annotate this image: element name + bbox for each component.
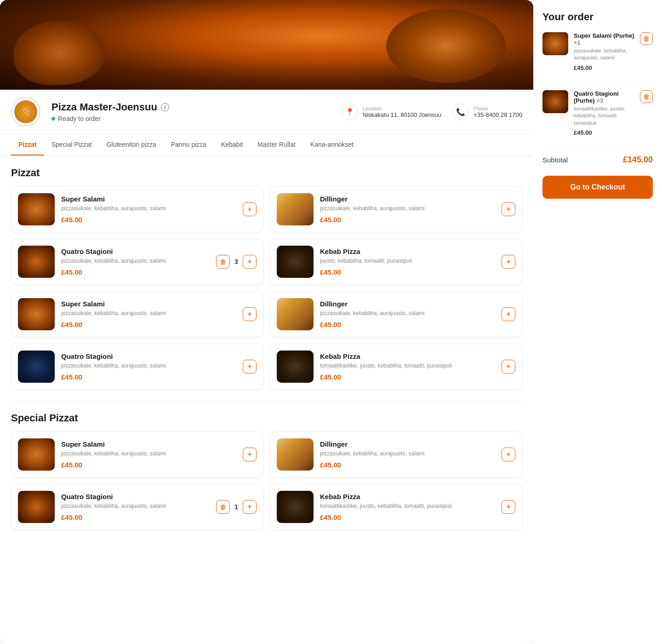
add-button[interactable]: + xyxy=(502,448,515,461)
add-button[interactable]: + xyxy=(502,202,515,216)
phone-icon: 📞 xyxy=(452,104,469,120)
item-name: Kebab Pizza xyxy=(320,247,495,255)
menu-item-special-super-salami: Super Salami pizzasuikale, kebabliha, au… xyxy=(11,431,263,477)
subtotal-row: Subtotal £145.00 xyxy=(542,155,653,167)
item-price: £45.00 xyxy=(320,513,495,521)
quantity-display: 3 xyxy=(233,258,240,265)
location-section: 📍 Location Niskakatu 11, 80100 Joensuu xyxy=(342,104,441,120)
item-desc: pizzasuikale, kebabliha, aurajuusto, sal… xyxy=(320,310,495,317)
pizzat-grid: Super Salami pizzasuikale, kebabliha, au… xyxy=(11,186,522,390)
add-button[interactable]: + xyxy=(502,255,515,269)
order-item-price: £45.00 xyxy=(574,64,634,71)
item-image xyxy=(277,193,314,225)
add-button[interactable]: + xyxy=(502,500,515,514)
item-price: £45.00 xyxy=(61,321,236,328)
restaurant-bar: 🍕 Pizza Master-Joensuu i Ready to order … xyxy=(0,90,533,134)
location-icon: 📍 xyxy=(342,104,358,120)
item-controls: + xyxy=(502,448,515,461)
item-desc: pizzasuikale, kebabliha, aurajuusto, sal… xyxy=(320,205,495,213)
tab-kebabit[interactable]: Kebabit xyxy=(214,134,250,155)
quantity-display: 1 xyxy=(233,503,240,511)
section-title-pizzat: Pizzat xyxy=(11,167,522,179)
tab-pannu[interactable]: Pannu pizza xyxy=(164,134,214,155)
item-info: Kebab Pizza juusto, kebabliha, tomaatti,… xyxy=(320,247,495,276)
category-tabs: Pizzat Special Pizzat Gluteeniton pizza … xyxy=(0,134,533,156)
add-button[interactable]: + xyxy=(243,448,257,461)
item-info: Dillinger pizzasuikale, kebabliha, auraj… xyxy=(320,300,495,329)
item-image xyxy=(277,298,314,330)
menu-item-quatro-stagioni-2: Quatro Stagioni pizzasuikale, kebabliha,… xyxy=(11,344,263,390)
item-price: £45.00 xyxy=(320,321,495,328)
tab-pizzat[interactable]: Pizzat xyxy=(11,134,44,155)
item-price: £45.00 xyxy=(61,461,236,469)
status-text: Ready to order xyxy=(58,115,101,122)
add-button[interactable]: + xyxy=(243,500,257,514)
item-desc: pizzasuikale, kebabliha, aurajuusto, sal… xyxy=(61,257,210,265)
add-button[interactable]: + xyxy=(243,202,257,216)
order-item-1: Super Salami (Purhe) ×1 pizzasuikale, ke… xyxy=(542,32,653,81)
add-button[interactable]: + xyxy=(502,360,515,374)
remove-button[interactable]: 🗑 xyxy=(216,255,230,269)
remove-button[interactable]: 🗑 xyxy=(216,500,230,514)
add-button[interactable]: + xyxy=(243,255,257,269)
item-desc: pizzasuikale, kebabliha, aurajuusto, sal… xyxy=(61,362,236,370)
logo-icon: 🍕 xyxy=(14,100,37,123)
item-info: Quatro Stagioni pizzasuikale, kebabliha,… xyxy=(61,493,210,522)
order-item-ingredients: tomaattikastike, juusto, kebabliha, toma… xyxy=(574,105,634,126)
checkout-button[interactable]: Go to Checkout xyxy=(542,176,653,199)
item-price: £45.00 xyxy=(320,373,495,381)
special-pizzat-grid: Super Salami pizzasuikale, kebabliha, au… xyxy=(11,431,522,530)
menu-item-kebab-pizza-2: Kebab Pizza tomaattikastike, juusto, keb… xyxy=(270,344,522,390)
item-info: Quatro Stagioni pizzasuikale, kebabliha,… xyxy=(61,247,210,276)
tab-kana[interactable]: Kana-annokset xyxy=(303,134,361,155)
item-image xyxy=(18,351,55,383)
order-title: Your order xyxy=(542,11,653,23)
restaurant-logo: 🍕 xyxy=(11,97,40,126)
location-value: Niskakatu 11, 80100 Joensuu xyxy=(363,111,441,118)
add-button[interactable]: + xyxy=(243,360,257,374)
item-controls: + xyxy=(243,360,257,374)
item-price: £45.00 xyxy=(61,216,236,224)
item-name: Super Salami xyxy=(61,440,236,448)
delete-order-item-2[interactable]: 🗑 xyxy=(640,90,653,103)
item-image xyxy=(277,351,314,383)
item-desc: pizzasuikale, kebabliha, aurajuusto, sal… xyxy=(61,502,210,510)
item-price: £45.00 xyxy=(61,513,210,521)
add-button[interactable]: + xyxy=(243,307,257,321)
restaurant-name: Pizza Master-Joensuu i xyxy=(51,101,331,113)
item-controls: + xyxy=(502,202,515,216)
item-info: Super Salami pizzasuikale, kebabliha, au… xyxy=(61,195,236,224)
order-item-image xyxy=(542,32,568,55)
item-desc: pizzasuikale, kebabliha, aurajuusto, sal… xyxy=(61,205,236,213)
restaurant-name-section: Pizza Master-Joensuu i Ready to order xyxy=(51,101,331,122)
info-icon[interactable]: i xyxy=(161,103,169,111)
tab-gluteeniton[interactable]: Gluteeniton pizza xyxy=(99,134,164,155)
menu-item-dillinger-2: Dillinger pizzasuikale, kebabliha, auraj… xyxy=(270,291,522,337)
phone-value: +35-8400 28 1700 xyxy=(474,111,522,118)
item-image xyxy=(18,298,55,330)
section-title-special: Special Pizzat xyxy=(11,412,522,424)
tab-master-rullat[interactable]: Master Rullat xyxy=(250,134,302,155)
menu-item-kebab-pizza-1: Kebab Pizza juusto, kebabliha, tomaatti,… xyxy=(270,239,522,285)
phone-section: 📞 Phone +35-8400 28 1700 xyxy=(452,104,522,120)
delete-order-item-1[interactable]: 🗑 xyxy=(640,32,653,45)
hero-image xyxy=(0,0,533,90)
item-info: Super Salami pizzasuikale, kebabliha, au… xyxy=(61,440,236,469)
item-price: £45.00 xyxy=(61,268,210,276)
item-desc: tomaattikastike, juusto, kebabliha, toma… xyxy=(320,362,495,370)
tab-special-pizzat[interactable]: Special Pizzat xyxy=(44,134,99,155)
menu-item-quatro-stagioni-1: Quatro Stagioni pizzasuikale, kebabliha,… xyxy=(11,239,263,285)
item-price: £45.00 xyxy=(320,461,495,469)
add-button[interactable]: + xyxy=(502,307,515,321)
order-item-name: Quatro Stagioni (Purhe) ×3 xyxy=(574,90,634,104)
status-dot xyxy=(51,117,55,121)
location-details: Location Niskakatu 11, 80100 Joensuu xyxy=(363,106,441,118)
item-controls: + xyxy=(243,448,257,461)
item-image xyxy=(277,438,314,471)
item-image xyxy=(18,438,55,471)
order-item-2: Quatro Stagioni (Purhe) ×3 tomaattikasti… xyxy=(542,90,653,146)
item-desc: pizzasuikale, kebabliha, aurajuusto, sal… xyxy=(61,450,236,458)
item-info: Quatro Stagioni pizzasuikale, kebabliha,… xyxy=(61,352,236,381)
item-name: Dillinger xyxy=(320,195,495,203)
item-name: Dillinger xyxy=(320,300,495,308)
